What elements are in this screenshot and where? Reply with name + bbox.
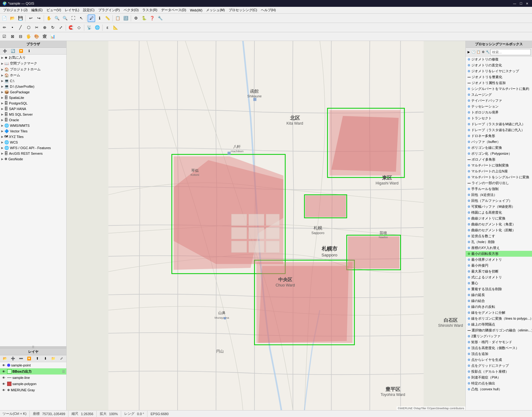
- tb2-move[interactable]: ⊕: [41, 24, 48, 31]
- layer-item-sample-line[interactable]: 👁 sample-line: [0, 375, 66, 381]
- tb3-csv[interactable]: 📊: [49, 33, 56, 40]
- tool-item-15[interactable]: ⚙ ポリゴンを線に変換: [466, 145, 532, 151]
- browser-item-c-drive[interactable]: ▶ 💻 C:\: [0, 78, 66, 84]
- tool-item-14[interactable]: ⚙ バッファ（buffer）: [466, 139, 532, 145]
- tool-item-41[interactable]: ⚙ 線の結合: [466, 298, 532, 304]
- tool-item-24[interactable]: ⚙ 回包（アルファシェイプ）: [466, 198, 532, 204]
- toolbox-results-btn[interactable]: 📋: [476, 48, 481, 56]
- tool-item-18[interactable]: ⚙ マルチパートに強制変換: [466, 162, 532, 168]
- tb2-point[interactable]: •: [9, 24, 16, 31]
- tb3-invert[interactable]: ⊟: [17, 33, 24, 40]
- layers-up-btn[interactable]: ⬆: [33, 355, 41, 362]
- menu-plugins[interactable]: プラグイン(P): [96, 7, 122, 13]
- menu-raster[interactable]: ラスタ(R): [140, 7, 159, 13]
- tool-item-56[interactable]: ⚙ 凸包（convex hull）: [466, 386, 532, 392]
- toolbox-run-btn[interactable]: ▶: [467, 48, 471, 56]
- menu-web[interactable]: Web(W): [188, 8, 204, 13]
- layer-visible-icon[interactable]: 👁: [1, 363, 6, 368]
- tb2-expression[interactable]: ε: [104, 24, 111, 31]
- layer-item-bbox[interactable]: 👁 BBoxの出力 ☰: [0, 368, 66, 375]
- tool-item-17[interactable]: ボロノイ多角形: [466, 157, 532, 162]
- browser-item-spatialite[interactable]: ▶ 🗄 SpatiaLite: [0, 95, 66, 100]
- tool-item-6[interactable]: ⚙ スムージング: [466, 92, 532, 98]
- menu-database[interactable]: データベース(D): [159, 7, 188, 13]
- tool-item-34[interactable]: ⚙ 最小境界ジオメトリ: [466, 257, 532, 263]
- browser-item-geonode[interactable]: ▶ ❄ GeoNode: [0, 156, 66, 162]
- toolbox-options-btn[interactable]: 🔧: [486, 48, 490, 56]
- browser-item-wcs[interactable]: ▶ 🌐 WCS: [0, 140, 66, 145]
- layers-group-btn[interactable]: 📁: [50, 355, 57, 362]
- tb-undo[interactable]: ↩: [27, 15, 34, 22]
- tb2-wms[interactable]: 🌐: [94, 24, 101, 31]
- tool-item-36[interactable]: ⚙ 最大系で線を切断: [466, 268, 532, 274]
- tool-item-8[interactable]: ⚙ テッセレーション: [466, 104, 532, 109]
- tool-item-11[interactable]: ⚙ ドレープ（ラスタ値をM値に代入）: [466, 121, 532, 127]
- tool-item-3[interactable]: ジオメトリを整素化: [466, 74, 532, 80]
- tool-item-19[interactable]: ⚙ マルチパートの上位N座: [466, 168, 532, 174]
- tb-select-feature[interactable]: 🖊: [88, 15, 95, 22]
- menu-vector[interactable]: ベクタ(O): [122, 7, 141, 13]
- tb-measure[interactable]: 📏: [104, 15, 111, 22]
- menu-mesh[interactable]: メッシュ(M): [204, 7, 227, 13]
- tb2-poly[interactable]: ⬡: [25, 24, 32, 31]
- browser-item-favorites[interactable]: ▶ ★ お気に入り: [0, 55, 66, 60]
- layer-visible-icon[interactable]: 👁: [1, 388, 6, 393]
- tool-item-45[interactable]: ⚙ 線上の等間隔点: [466, 322, 532, 327]
- browser-item-postgresql[interactable]: ▶ 🗄 PostgreSQL: [0, 100, 66, 106]
- menu-help[interactable]: ヘルプ(H): [259, 7, 278, 13]
- menu-view[interactable]: ビュー(V): [45, 7, 63, 13]
- tool-item-9[interactable]: ⚙ トポロジカル境界: [466, 109, 532, 115]
- browser-item-wfs[interactable]: ▶ 🌐 WFS / OGC API - Features: [0, 145, 66, 151]
- tool-item-54[interactable]: ⚙ 到達不能症（PIA）: [466, 375, 532, 380]
- menu-layer[interactable]: レイヤ(L): [63, 7, 81, 13]
- tool-item-43[interactable]: ⚙ 線をセグメントに分解: [466, 310, 532, 316]
- tb-new[interactable]: 📄: [1, 15, 8, 22]
- tb3-select-all[interactable]: ⊠: [9, 33, 16, 40]
- layer-item-sample-point[interactable]: 👁 sample-point: [0, 362, 66, 368]
- tool-item-29[interactable]: ⚙ 曲線のセグメント化（距離）: [466, 227, 532, 233]
- tb-processing-toolbox[interactable]: ⚙: [132, 15, 140, 22]
- toolbox-history-btn[interactable]: 🕐: [471, 48, 476, 56]
- tool-item-49[interactable]: ⚙ 頂点を高密度化（個数ベース）: [466, 345, 532, 351]
- tool-item-5[interactable]: ⚙ シングルパートをマルチパートに集約: [466, 86, 532, 92]
- tool-item-47[interactable]: ⚙ 2重リングバッファ: [466, 333, 532, 339]
- tool-item-13[interactable]: ⚙ ドロネー多角形: [466, 133, 532, 139]
- tool-item-50[interactable]: ⚙ 頂点を追加: [466, 351, 532, 357]
- tb-field-calculator[interactable]: 🔢: [122, 15, 130, 22]
- browser-item-mssql[interactable]: ▶ 🗄 MS SQL Server: [0, 112, 66, 117]
- tool-item-42[interactable]: ⚙ 線の向きの反転: [466, 304, 532, 310]
- tool-item-31[interactable]: ⚙ 孔（hole）削除: [466, 239, 532, 245]
- tool-item-32[interactable]: ⚙ 座標のXY入れ替え: [466, 245, 532, 251]
- tool-item-53[interactable]: ⚙ 投影点（デカルト座標）: [466, 369, 532, 375]
- layer-visible-icon[interactable]: 👁: [1, 381, 6, 386]
- tool-item-20[interactable]: ⚙ マルチパートをシングルパートに変換: [466, 174, 532, 180]
- map-container[interactable]: 函館 Shikaune 北区 Kita Ward 八軒 Hachiken 琴似 …: [67, 41, 465, 410]
- browser-add-btn[interactable]: ➕: [1, 47, 9, 55]
- tool-item-10[interactable]: ⚙ トランセクト: [466, 115, 532, 121]
- tool-item-26[interactable]: ⚙ 楕圆による高密度化: [466, 210, 532, 215]
- tb2-scale[interactable]: ⤢: [57, 24, 64, 31]
- tb-attribute-table[interactable]: 📋: [114, 15, 121, 22]
- tb-zoom-full[interactable]: ⛶: [69, 15, 77, 22]
- tool-item-44[interactable]: ⚙ 線をポリゴンに変換（lines to polygo...）: [466, 316, 532, 322]
- tb-select[interactable]: ↖: [77, 15, 85, 22]
- browser-item-geopackage[interactable]: ▶ 📦 GeoPackage: [0, 89, 66, 95]
- tool-item-52[interactable]: ⚙ 点をグリッドにスナップ: [466, 363, 532, 369]
- maximize-button[interactable]: ☐: [518, 1, 523, 6]
- tool-item-37[interactable]: ⚙ 式によるジオメトリ: [466, 274, 532, 280]
- tb-help[interactable]: ❓: [148, 15, 156, 22]
- tool-item-12[interactable]: ⚙ ドレープ（ラスタ値をZ値に代入）: [466, 127, 532, 133]
- layer-visible-icon[interactable]: 👁: [1, 375, 6, 380]
- layers-expand-btn[interactable]: ⤢: [58, 355, 65, 362]
- browser-item-oracle[interactable]: ▶ 🗄 Oracle: [0, 117, 66, 123]
- browser-item-vector-tiles[interactable]: ▶ 🔷 Vector Tiles: [0, 128, 66, 134]
- menu-processing[interactable]: プロセッシング(C): [227, 7, 259, 13]
- tool-item-33-highlighted[interactable]: ⚙ 最小の回転長方形: [466, 251, 532, 257]
- tb3-layer-style[interactable]: 🎨: [33, 33, 40, 40]
- tool-item-23[interactable]: ⚙ 回包（k近傍法）: [466, 192, 532, 198]
- browser-filter-btn[interactable]: 🔽: [17, 47, 25, 55]
- tb3-digitize2[interactable]: ☑: [1, 33, 8, 40]
- layers-filter-btn[interactable]: 🔽: [25, 355, 33, 362]
- tb2-snapping[interactable]: 🧲: [67, 24, 75, 31]
- tool-item-7[interactable]: ⚙ テイパードバッファ: [466, 98, 532, 104]
